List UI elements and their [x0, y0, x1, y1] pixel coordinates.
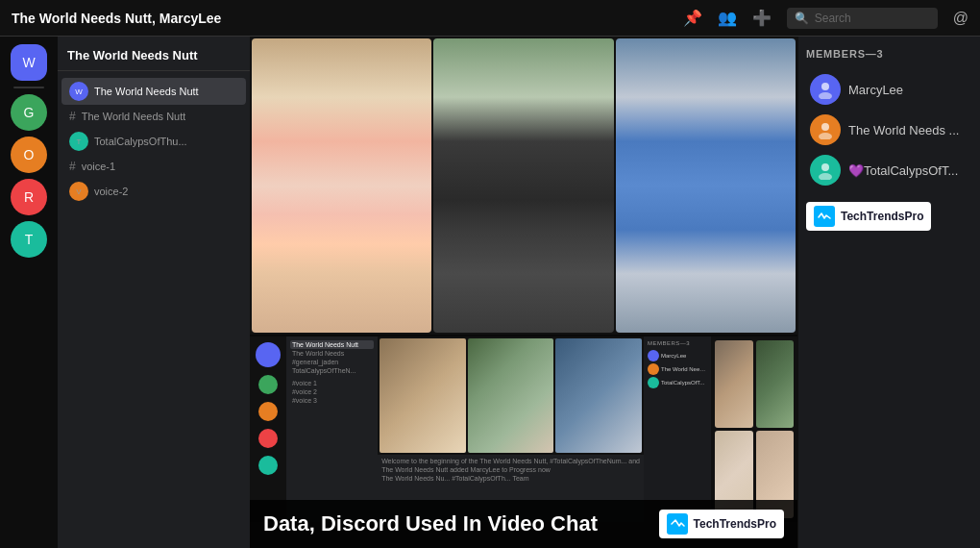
mini-member-avatar-3: [648, 377, 659, 388]
small-thumbnails: [711, 336, 797, 522]
sidebar-server-4[interactable]: R: [11, 179, 47, 215]
mini-member-avatar-2: [648, 363, 659, 375]
svg-point-5: [819, 173, 832, 180]
channel-item[interactable]: V voice-2: [61, 178, 246, 205]
mini-sidebar-avatar-1: [256, 342, 281, 367]
add-member-icon[interactable]: ➕: [752, 9, 772, 27]
hash-icon: #: [69, 160, 76, 173]
mini-sidebar-avatar-5: [258, 456, 278, 475]
members-icon[interactable]: 👥: [718, 9, 737, 27]
channel-list: The World Needs Nutt W The World Needs N…: [58, 37, 250, 548]
main-layout: W G O R T The World Needs Nutt W The Wor…: [0, 37, 980, 548]
video-cell-2: [433, 38, 613, 333]
mini-channel-item: #voice 3: [290, 396, 374, 405]
channel-item[interactable]: W The World Needs Nutt: [61, 78, 246, 105]
member-avatar-svg-1: [816, 80, 835, 99]
channel-name: The World Needs Nutt: [82, 111, 186, 122]
member-row-1[interactable]: MarcyLee: [806, 69, 972, 110]
hash-icon: #: [69, 110, 76, 123]
mini-video-cell-2: [468, 338, 554, 453]
mini-member-row-2: The World Needs N..: [648, 362, 707, 376]
mini-channel-item: #voice 1: [290, 379, 374, 387]
mini-sidebar-avatar-3: [258, 402, 278, 421]
sidebar-server-5[interactable]: T: [11, 221, 47, 258]
mini-sidebar-avatar-4: [258, 429, 278, 448]
mini-channel-item: #general_jaden: [290, 358, 374, 366]
person-video-3: [616, 38, 796, 333]
mini-channel-item: #voice 2: [290, 387, 374, 396]
channel-item[interactable]: # voice-1: [61, 156, 246, 177]
member-avatar-2: [810, 114, 841, 145]
topbar-title: The World Needs Nutt, MarcyLee: [12, 11, 672, 26]
thumbnail-row: The World Needs Nutt The World Needs #ge…: [250, 335, 797, 522]
svg-point-4: [821, 163, 829, 171]
mini-video-cell-3: [555, 338, 642, 453]
svg-point-0: [821, 83, 829, 90]
screenshot-thumbnail: The World Needs Nutt The World Needs #ge…: [250, 336, 711, 522]
mini-video-row: [380, 338, 642, 453]
sidebar-server-3[interactable]: O: [11, 137, 47, 173]
pin-icon[interactable]: 📌: [683, 9, 702, 27]
channel-avatar: T: [69, 132, 88, 151]
tech-badge-icon: [667, 513, 688, 535]
mini-chat-message-2: The World Needs Nutt added MarcyLee to P…: [381, 465, 640, 474]
channel-item[interactable]: T TotalCalypsOfThu...: [61, 128, 246, 155]
tech-badge-label: TechTrendsPro: [694, 517, 776, 531]
channel-item[interactable]: # The World Needs Nutt: [61, 106, 246, 127]
mention-icon[interactable]: @: [953, 10, 968, 27]
bottom-overlay: Data, Discord Used In Video Chat TechTre…: [250, 500, 797, 548]
mini-channel-item-active: The World Needs Nutt: [290, 340, 374, 349]
channel-name: voice-1: [82, 161, 115, 172]
right-panel: MEMBERS—3 MarcyLee The World Needs ...: [797, 37, 980, 548]
mini-right-panel: MEMBERS—3 MarcyLee The World Needs N.. T…: [644, 336, 711, 522]
mini-member-avatar-1: [648, 350, 659, 361]
mini-member-row-1: MarcyLee: [648, 349, 707, 362]
search-input[interactable]: [815, 12, 930, 25]
right-panel-tech-badge: TechTrendsPro: [806, 202, 931, 231]
video-cell-1: [252, 38, 431, 333]
member-name-2: The World Needs ...: [848, 123, 959, 137]
person-video-1: [252, 38, 431, 333]
mini-sidebar-avatar-2: [258, 375, 278, 394]
right-tech-badge-label: TechTrendsPro: [841, 210, 923, 223]
svg-point-3: [819, 133, 832, 139]
mini-channel-col: The World Needs Nutt The World Needs #ge…: [286, 336, 378, 522]
mini-channel-item: TotalCalypsOfTheN...: [290, 366, 374, 375]
channel-list-inner: W The World Needs Nutt # The World Needs…: [58, 71, 250, 548]
svg-point-1: [819, 92, 832, 99]
mini-video-cell-1: [380, 338, 466, 453]
mini-member-name-3: TotalCalypsOfT...: [661, 380, 704, 386]
svg-point-2: [821, 123, 829, 131]
mini-chat-message-3: The World Needs Nu... #TotalCalypsOfTh..…: [381, 474, 640, 483]
sidebar-server-2[interactable]: G: [11, 94, 47, 131]
left-sidebar: W G O R T: [0, 37, 58, 548]
mini-member-row-3: TotalCalypsOfT...: [648, 376, 707, 389]
person-video-2: [433, 38, 613, 333]
mini-channel-item: The World Needs: [290, 349, 374, 358]
member-avatar-svg-3: [816, 161, 835, 180]
member-avatar-svg-2: [816, 120, 835, 139]
mini-video-area: [378, 336, 644, 455]
tech-badge-container: TechTrendsPro: [806, 202, 972, 231]
thumb-cell-1: [715, 340, 753, 428]
mini-sidebar: [250, 336, 286, 522]
thumb-cell-2: [756, 340, 795, 428]
mini-chat-message-1: Welcome to the beginning of the The Worl…: [381, 457, 640, 465]
topbar-icons: 📌 👥 ➕ 🔍 @: [683, 8, 968, 29]
member-row-2[interactable]: The World Needs ...: [806, 110, 972, 150]
member-row-3[interactable]: 💜TotalCalypsOfT...: [806, 150, 972, 190]
right-tech-badge-icon: [814, 206, 835, 227]
thumb-row-top: [715, 340, 794, 428]
search-icon: 🔍: [795, 12, 809, 25]
mini-main-area: Welcome to the beginning of the The Worl…: [378, 336, 644, 522]
member-name-3: 💜TotalCalypsOfT...: [848, 163, 958, 178]
mini-members-header: MEMBERS—3: [648, 340, 707, 346]
channel-name: The World Needs Nutt: [94, 86, 199, 97]
topbar: The World Needs Nutt, MarcyLee 📌 👥 ➕ 🔍 @: [0, 0, 980, 37]
channel-avatar: V: [69, 182, 88, 201]
bottom-title-area: Data, Discord Used In Video Chat: [263, 511, 598, 536]
sidebar-server-active[interactable]: W: [11, 44, 47, 81]
channel-name: TotalCalypsOfThu...: [94, 136, 187, 147]
member-name-1: MarcyLee: [848, 83, 903, 97]
search-bar[interactable]: 🔍: [787, 8, 938, 29]
